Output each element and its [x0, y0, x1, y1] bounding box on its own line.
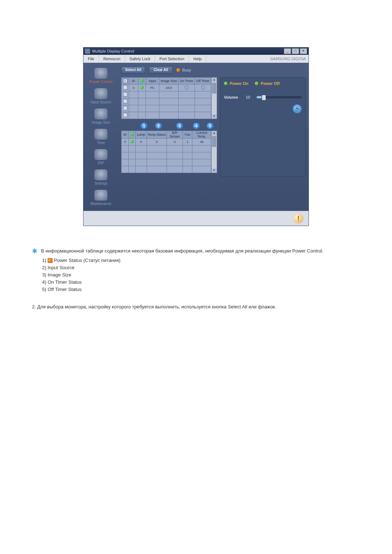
table-row[interactable]	[122, 105, 211, 112]
scroll-thumb[interactable]	[212, 136, 216, 147]
volume-label: Volume	[224, 95, 242, 99]
row-checkbox[interactable]	[123, 85, 127, 90]
table-row[interactable]	[122, 145, 211, 152]
power-status-icon	[48, 258, 53, 263]
sidebar-item-input-source[interactable]: Input Source	[86, 87, 115, 106]
col-br-senser: B/R Senser	[167, 131, 183, 139]
info-icon: !	[293, 213, 303, 223]
sidebar-item-pip[interactable]: PIP	[86, 148, 115, 167]
speaker-button[interactable]: 🔊	[293, 104, 302, 113]
cell-cur-temp: 49	[192, 139, 211, 145]
sidebar-item-label: Settings	[86, 181, 115, 185]
minimize-button[interactable]: _	[284, 48, 291, 54]
sidebar-item-settings[interactable]: Settings	[86, 168, 115, 187]
power-off-button[interactable]: Power Off	[255, 81, 279, 86]
sidebar-item-label: Time	[86, 141, 115, 145]
brand-label: SAMSUNG DIGITall	[206, 57, 309, 61]
sidebar-item-image-size[interactable]: Image Size	[86, 107, 115, 126]
sidebar-item-label: Power Control	[86, 80, 115, 84]
power-dot-icon	[255, 82, 258, 85]
power-off-label: Power Off	[261, 81, 279, 86]
menu-remocon[interactable]: Remocon	[99, 55, 125, 62]
cell-id: 0	[122, 139, 129, 145]
menu-port-selection[interactable]: Port Selection	[155, 55, 189, 62]
control-panel: Power On Power Off Volume 10	[220, 77, 306, 177]
callout-5: 5	[207, 123, 213, 129]
cell-br: 0	[167, 139, 183, 145]
off-timer-icon	[201, 86, 205, 90]
menu-help[interactable]: Help	[189, 55, 207, 62]
menu-file[interactable]: File	[83, 55, 99, 62]
table-row[interactable]	[122, 159, 211, 166]
row-power-icon	[140, 86, 144, 89]
scroll-down-icon[interactable]: ▼	[212, 114, 217, 119]
col-lamp: Lamp	[135, 131, 147, 139]
col-fan: Fan	[183, 131, 192, 139]
volume-slider[interactable]	[257, 96, 302, 98]
display-table: ID Input Image Size On Timer Off Timer	[121, 77, 217, 119]
table-row[interactable]	[122, 166, 211, 173]
scrollbar[interactable]: ▲ ▼	[211, 131, 217, 173]
cell-temp-status: 0	[147, 139, 167, 145]
row-checkbox[interactable]	[123, 92, 127, 97]
sidebar-item-time[interactable]: Time	[86, 127, 115, 146]
cell-id: 0	[129, 85, 138, 91]
table-row[interactable]	[122, 98, 211, 105]
maximize-button[interactable]: □	[292, 48, 299, 54]
col-on-timer: On Timer	[179, 78, 195, 85]
slider-thumb[interactable]	[262, 95, 266, 100]
sidebar-item-power-control[interactable]: Power Control	[86, 66, 115, 85]
app-window: Multiple Display Control _ □ ✕ File Remo…	[83, 47, 309, 226]
titlebar[interactable]: Multiple Display Control _ □ ✕	[83, 48, 309, 55]
menu-safety-lock[interactable]: Safety Lock	[125, 55, 155, 62]
scroll-up-icon[interactable]: ▲	[212, 131, 217, 135]
col-off-timer: Off Timer	[195, 78, 211, 85]
table-row[interactable]	[122, 91, 211, 98]
table-row[interactable]	[122, 112, 211, 119]
scrollbar[interactable]: ▲ ▼	[211, 77, 217, 119]
header-checkbox[interactable]	[123, 79, 127, 83]
volume-value: 10	[246, 95, 253, 99]
row-checkbox[interactable]	[123, 113, 127, 117]
list-item: 3) Image Size	[42, 272, 360, 278]
table-row[interactable]: 0 PC 16:9	[122, 85, 211, 91]
power-status-icon	[130, 132, 134, 136]
list-item: 2) Input Source	[42, 264, 360, 271]
power-icon	[94, 68, 107, 79]
row-power-icon	[130, 140, 134, 143]
settings-icon	[94, 169, 107, 180]
sidebar-item-label: Maintenance	[86, 202, 115, 206]
sidebar-item-label: Image Size	[86, 120, 115, 124]
callout-1: 1	[141, 123, 147, 129]
clear-all-button[interactable]: Clear All	[149, 66, 173, 74]
callout-4: 4	[193, 123, 200, 129]
scroll-down-icon[interactable]: ▼	[212, 168, 217, 173]
power-status-icon	[140, 79, 144, 82]
sidebar: Power Control Input Source Image Size Ti…	[83, 63, 118, 211]
close-button[interactable]: ✕	[300, 48, 307, 54]
paragraph-2: 2. Для выбора монитора, настройку которо…	[32, 304, 360, 310]
col-power	[138, 78, 146, 85]
scroll-thumb[interactable]	[212, 83, 216, 94]
table-row[interactable]	[122, 152, 211, 159]
cell-lamp: 0	[135, 139, 147, 145]
row-checkbox[interactable]	[123, 99, 127, 103]
sidebar-item-maintenance[interactable]: Maintenance	[86, 188, 115, 207]
table-row[interactable]: 0 0 0 0 1 49	[122, 139, 211, 145]
list-item: 1) Power Status (Статус питания)	[42, 257, 360, 264]
power-on-button[interactable]: Power On	[224, 81, 248, 86]
list-item: 4) On Timer Status	[42, 279, 360, 286]
busy-indicator: Busy	[176, 68, 191, 72]
time-icon	[94, 129, 107, 140]
busy-icon	[176, 68, 180, 72]
scroll-up-icon[interactable]: ▲	[212, 78, 217, 82]
callouts: 1 2 3 4 5	[121, 123, 217, 131]
select-all-button[interactable]: Select All	[121, 66, 145, 74]
image-size-icon	[94, 108, 107, 119]
input-source-icon	[94, 88, 107, 99]
callout-2: 2	[155, 123, 162, 129]
pip-icon	[94, 149, 107, 160]
description-block: ✱ В информационной таблице содержится не…	[29, 248, 363, 310]
callout-3: 3	[176, 123, 183, 129]
row-checkbox[interactable]	[123, 106, 127, 110]
